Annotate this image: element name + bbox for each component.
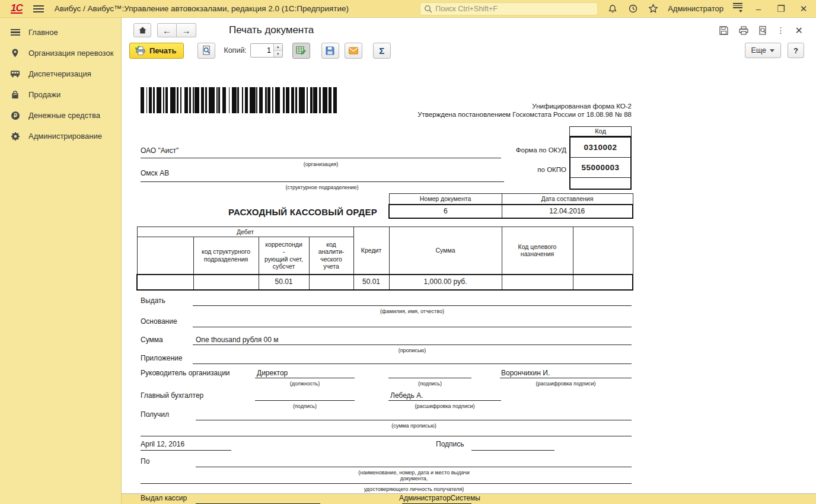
okud-value: 0310002 <box>570 138 630 158</box>
copies-input[interactable] <box>251 44 273 57</box>
notifications-bell-icon[interactable] <box>607 4 618 14</box>
maximize-button[interactable]: ❐ <box>774 4 788 14</box>
back-arrow-icon: ← <box>162 26 171 35</box>
current-user[interactable]: Администратор <box>668 4 723 13</box>
copies-down-icon[interactable]: ▼ <box>274 51 282 58</box>
amount-value: One thousand рубля 00 м <box>196 336 279 344</box>
close-app-button[interactable]: ✕ <box>797 4 810 14</box>
by-caption-2: удостоверяющего личность получателя) <box>349 486 479 492</box>
name-caption-1: (расшифровка подписи) <box>501 381 631 387</box>
organization-value: ОАО "Аист" <box>141 146 179 155</box>
forward-button[interactable]: → <box>177 23 196 37</box>
footer-signature-label: Подпись <box>436 440 464 448</box>
attachment-label: Приложение <box>141 354 182 362</box>
accountant-name-value: Лебедь А. <box>390 391 423 400</box>
number-date-table: Номер документа Дата составления 6 12.04… <box>388 193 633 219</box>
1c-logo-icon: 1С <box>11 4 23 14</box>
sidebar-item-administration[interactable]: Администрирование <box>0 126 121 146</box>
footer-date-value: April 12, 2016 <box>141 440 184 448</box>
print-button[interactable]: Печать <box>129 43 184 59</box>
print-header-button[interactable] <box>738 24 750 36</box>
credit-header: Кредит <box>353 227 389 275</box>
more-button[interactable]: Еще <box>745 43 781 58</box>
okpo-label: по ОКПО <box>448 166 566 173</box>
gear-icon <box>10 131 20 141</box>
code-header-cell: Код <box>569 126 632 136</box>
window-header: ← → Печать документа ⋮ ✕ <box>122 18 816 39</box>
preview-button[interactable] <box>197 43 215 59</box>
sidebar-item-transport-org[interactable]: Организация перевозок <box>0 43 121 63</box>
minimize-button[interactable]: – <box>752 4 765 14</box>
home-icon <box>138 26 147 34</box>
debit-header: Дебет <box>137 227 353 237</box>
doc-magnifier-icon <box>201 45 212 56</box>
back-button[interactable]: ← <box>157 23 177 37</box>
copies-label: Копий: <box>224 46 246 55</box>
close-window-button[interactable]: ✕ <box>795 25 803 36</box>
print-document-window: ← → Печать документа ⋮ ✕ Печать Копий: <box>122 18 816 494</box>
signature-caption-1: (подпись) <box>365 381 495 387</box>
corr-account-header: корреспонди - рующий счет, субсчет <box>259 237 309 275</box>
position-caption: (должность) <box>240 381 370 387</box>
by-label: По <box>141 457 149 465</box>
barcode <box>141 87 338 113</box>
sidebar: Главное Организация перевозок Диспетчери… <box>0 18 122 504</box>
help-button[interactable]: ? <box>788 43 804 58</box>
preview-icon <box>758 25 768 36</box>
document-preview: Унифицированная форма КО-2 Утверждена по… <box>122 83 816 504</box>
by-caption-1: (наименование, номер, дата и место выдач… <box>349 470 479 481</box>
amount-label: Сумма <box>141 336 163 344</box>
floppy-icon <box>325 46 335 56</box>
send-email-button[interactable] <box>345 43 362 59</box>
copies-up-icon[interactable]: ▲ <box>274 44 282 51</box>
sidebar-item-dispatching[interactable]: Диспетчеризация <box>0 63 121 84</box>
okud-label: Форма по ОКУД <box>448 146 566 154</box>
table-row: 50.01 50.01 1,000.00 руб. <box>137 275 633 290</box>
struct-code-header: код структурного подразделения <box>193 237 259 275</box>
department-caption: (структурное подразделение) <box>257 184 387 190</box>
purpose-code-header: Код целевого назначения <box>502 227 573 275</box>
global-search[interactable] <box>420 2 598 15</box>
sidebar-item-sales[interactable]: Продажи <box>0 84 121 105</box>
number-header: Номер документа <box>389 194 502 205</box>
form-note-1: Унифицированная форма КО-2 <box>377 103 632 110</box>
anal-code-header: код аналити- ческого учета <box>309 237 353 275</box>
more-menu-icon[interactable]: ⋮ <box>777 29 785 32</box>
cashier-name-value: АдминистраторСистемы <box>399 494 477 502</box>
search-icon <box>424 5 432 13</box>
favorites-star-icon[interactable] <box>648 4 658 14</box>
ruble-coin-icon: ₽ <box>10 110 20 120</box>
bus-icon <box>10 69 20 79</box>
form-note-2: Утверждена постановлением Госкомстата Ро… <box>377 111 632 118</box>
sum-button[interactable]: Σ <box>373 43 391 59</box>
user-settings-icon[interactable] <box>733 3 742 14</box>
search-input[interactable] <box>435 5 584 13</box>
save-button[interactable] <box>718 24 730 36</box>
sidebar-item-main[interactable]: Главное <box>0 22 121 43</box>
issue-caption: (фамилия, имя, отчество) <box>347 308 477 314</box>
received-label: Получил <box>141 410 169 419</box>
menu-lines-icon <box>10 27 20 37</box>
copies-stepper[interactable]: ▲ ▼ <box>250 43 283 58</box>
sidebar-item-cash[interactable]: ₽ Денежные средства <box>0 105 121 126</box>
app-title: Авибус / Авибус™:Управление автовокзалам… <box>55 4 349 13</box>
toolbar: Печать Копий: ▲ ▼ Σ Еще <box>122 39 816 62</box>
chevron-down-icon <box>770 49 774 55</box>
head-position-value: Директор <box>257 369 288 377</box>
history-icon[interactable] <box>627 4 638 14</box>
corr-account-value: 50.01 <box>259 275 309 290</box>
accountant-label: Главный бухгалтер <box>141 391 203 400</box>
organization-caption: (организация) <box>256 161 386 167</box>
sum-value: 1,000.00 руб. <box>389 275 502 290</box>
main-menu-icon[interactable] <box>33 5 44 12</box>
save-icon <box>719 25 729 36</box>
accounts-table: Дебет Кредит Сумма Код целевого назначен… <box>136 227 633 291</box>
table-edit-icon <box>295 45 307 56</box>
preview-header-button[interactable] <box>757 24 769 36</box>
home-button[interactable] <box>133 23 151 37</box>
name-caption-2: (расшифровка подписи) <box>380 403 510 409</box>
signature-caption-2: (подпись) <box>240 403 370 409</box>
edit-table-button[interactable] <box>292 43 310 59</box>
save-file-button[interactable] <box>321 43 339 59</box>
basis-label: Основание <box>141 317 177 326</box>
